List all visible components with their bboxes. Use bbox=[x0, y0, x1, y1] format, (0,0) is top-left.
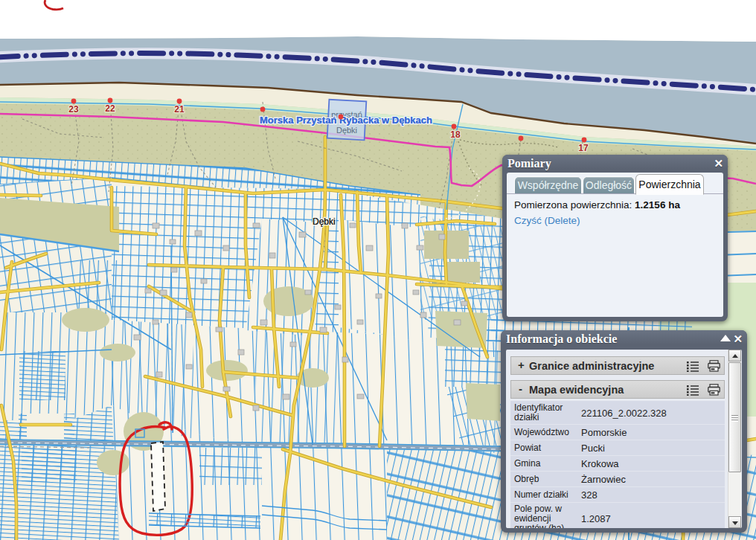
svg-text:21: 21 bbox=[174, 104, 185, 115]
svg-text:17: 17 bbox=[578, 143, 589, 153]
svg-text:22: 22 bbox=[105, 103, 115, 114]
svg-text:18: 18 bbox=[450, 129, 461, 140]
svg-text:Dębki: Dębki bbox=[336, 126, 357, 135]
svg-text:Morska Przystań Rybacka w Dębk: Morska Przystań Rybacka w Dębkach bbox=[260, 115, 432, 126]
svg-text:Dębki: Dębki bbox=[313, 216, 336, 227]
svg-text:23: 23 bbox=[68, 104, 79, 115]
